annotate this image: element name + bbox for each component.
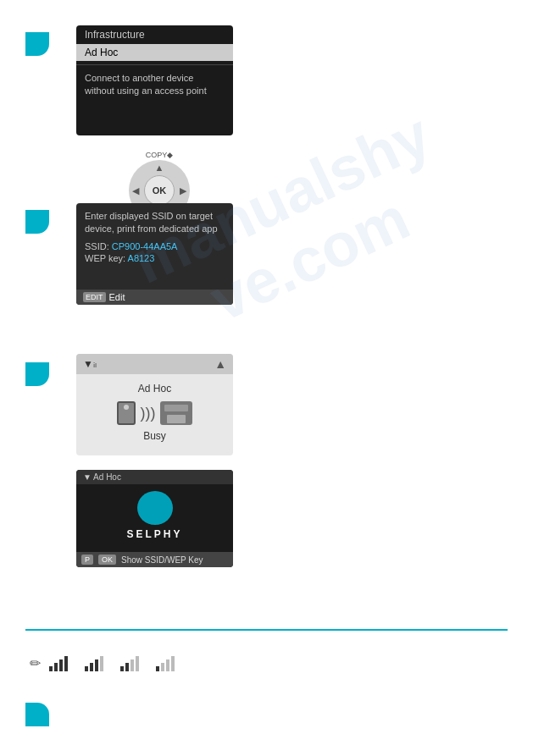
ssid-value: CP900-44AA5A bbox=[112, 241, 178, 251]
signal-3bars bbox=[85, 656, 103, 671]
scroll-icon: ▲ bbox=[214, 357, 226, 371]
svg-rect-8 bbox=[120, 666, 124, 671]
screen2-panel: Enter displayed SSID on target device, p… bbox=[76, 203, 233, 305]
signal-indicators bbox=[49, 656, 175, 671]
wireless-waves-icon: ))) bbox=[141, 405, 156, 422]
pencil-icon: ✏ bbox=[30, 655, 41, 671]
svg-rect-14 bbox=[166, 659, 169, 671]
signal-2bars bbox=[120, 656, 139, 671]
svg-rect-2 bbox=[59, 659, 63, 671]
selphy-brand-text: SELPHY bbox=[126, 528, 182, 540]
ok-button[interactable]: OK bbox=[144, 175, 175, 206]
phone-icon bbox=[117, 401, 136, 425]
svg-rect-7 bbox=[100, 656, 103, 671]
nav-up-arrow[interactable]: ▲ bbox=[155, 163, 164, 173]
svg-rect-4 bbox=[85, 666, 88, 671]
signal-1bar bbox=[156, 656, 175, 671]
svg-rect-11 bbox=[136, 656, 139, 671]
edit-badge: EDIT bbox=[83, 292, 106, 302]
ssid-wep-action[interactable]: Show SSID/WEP Key bbox=[121, 555, 203, 565]
signal-2bars-icon bbox=[120, 656, 139, 671]
busy-text: Busy bbox=[143, 430, 166, 442]
signal-4bars bbox=[49, 656, 68, 671]
ok-badge: OK bbox=[98, 555, 116, 565]
ssid-line: SSID: CP900-44AA5A bbox=[85, 241, 225, 251]
bottom-note: ✏ bbox=[30, 655, 508, 671]
signal-bars-icon: ▼ᵢₗ bbox=[83, 358, 97, 370]
nav-label: COPY◆ bbox=[146, 151, 174, 159]
signal-3bars-icon bbox=[85, 656, 103, 671]
signal-4bars-icon bbox=[49, 656, 68, 671]
bottom-divider bbox=[25, 629, 508, 631]
edit-label[interactable]: Edit bbox=[109, 292, 125, 302]
wep-label: WEP key: bbox=[85, 253, 125, 263]
adhoc-description: Connect to another device without using … bbox=[76, 64, 233, 105]
screen4-panel: ▼ Ad Hoc SELPHY P OK Show SSID/WEP Key bbox=[76, 470, 233, 567]
ssid-label: SSID: bbox=[85, 241, 109, 251]
bottom-tab bbox=[25, 703, 49, 726]
printer-icon bbox=[160, 401, 192, 425]
svg-rect-5 bbox=[90, 663, 93, 671]
wep-value: A8123 bbox=[128, 253, 155, 263]
svg-rect-10 bbox=[130, 659, 134, 671]
svg-rect-1 bbox=[54, 663, 58, 671]
svg-rect-13 bbox=[161, 663, 164, 671]
nav-left-arrow[interactable]: ◀ bbox=[132, 185, 139, 196]
svg-rect-0 bbox=[49, 666, 53, 671]
p-badge: P bbox=[81, 555, 93, 565]
signal-1bar-icon bbox=[156, 656, 175, 671]
screen1-panel: Infrastructure Ad Hoc Connect to another… bbox=[76, 25, 233, 135]
svg-rect-15 bbox=[171, 656, 175, 671]
wep-line: WEP key: A8123 bbox=[85, 253, 225, 263]
selphy-logo bbox=[137, 491, 173, 525]
svg-rect-3 bbox=[64, 656, 68, 671]
svg-rect-12 bbox=[156, 666, 159, 671]
adhoc-option[interactable]: Ad Hoc bbox=[76, 44, 233, 61]
step1-tab bbox=[25, 32, 49, 56]
infrastructure-option[interactable]: Infrastructure bbox=[76, 25, 233, 44]
adhoc-title: Ad Hoc bbox=[138, 383, 171, 395]
signal-adhoc-label: ▼ Ad Hoc bbox=[83, 472, 121, 482]
screen3-panel: ▼ᵢₗ ▲ Ad Hoc ))) Busy bbox=[76, 354, 233, 455]
step3-tab bbox=[25, 362, 49, 386]
nav-right-arrow[interactable]: ▶ bbox=[180, 185, 186, 196]
svg-rect-9 bbox=[125, 663, 129, 671]
svg-rect-6 bbox=[95, 659, 98, 671]
ssid-instruction: Enter displayed SSID on target device, p… bbox=[85, 210, 225, 236]
step2-tab bbox=[25, 210, 49, 234]
